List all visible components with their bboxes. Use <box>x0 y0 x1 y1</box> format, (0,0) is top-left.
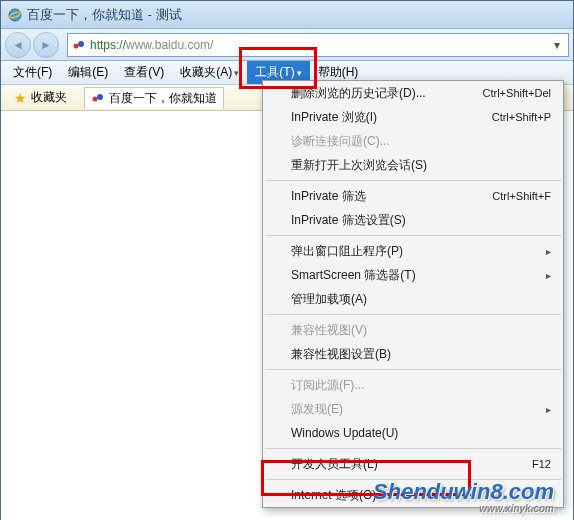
tools-dropdown: 删除浏览的历史记录(D)...Ctrl+Shift+Del InPrivate … <box>262 80 564 508</box>
menu-dev-tools[interactable]: 开发人员工具(L)F12 <box>263 452 563 476</box>
chevron-down-icon[interactable]: ▾ <box>550 38 564 52</box>
titlebar: 百度一下，你就知道 - 测试 <box>1 1 573 29</box>
url-host: www.baidu.com/ <box>126 38 213 52</box>
window-title: 百度一下，你就知道 - 测试 <box>27 6 182 24</box>
menu-compat-view[interactable]: 兼容性视图(V) <box>263 318 563 342</box>
menu-diagnose[interactable]: 诊断连接问题(C)... <box>263 129 563 153</box>
watermark-main: Shenduwin8.com <box>373 479 554 505</box>
back-button[interactable]: ◄ <box>5 32 31 58</box>
separator <box>265 180 561 181</box>
forward-button[interactable]: ► <box>33 32 59 58</box>
url-protocol: https:// <box>90 38 126 52</box>
favorites-label: 收藏夹 <box>31 89 67 106</box>
nav-toolbar: ◄ ► https://www.baidu.com/ ▾ <box>1 29 573 61</box>
star-icon: ★ <box>14 90 27 106</box>
svg-point-4 <box>93 97 98 102</box>
menu-feed-discovery[interactable]: 源发现(E) <box>263 397 563 421</box>
menu-manage-addons[interactable]: 管理加载项(A) <box>263 287 563 311</box>
separator <box>265 314 561 315</box>
svg-point-2 <box>74 43 79 48</box>
menu-inprivate-filter-settings[interactable]: InPrivate 筛选设置(S) <box>263 208 563 232</box>
separator <box>265 369 561 370</box>
tab-label: 百度一下，你就知道 <box>109 90 217 107</box>
address-bar[interactable]: https://www.baidu.com/ ▾ <box>67 33 569 57</box>
favorites-button[interactable]: ★ 收藏夹 <box>7 86 74 109</box>
menu-inprivate-filter[interactable]: InPrivate 筛选Ctrl+Shift+F <box>263 184 563 208</box>
menu-file[interactable]: 文件(F) <box>5 61 60 84</box>
menu-reopen-session[interactable]: 重新打开上次浏览会话(S) <box>263 153 563 177</box>
menu-delete-history[interactable]: 删除浏览的历史记录(D)...Ctrl+Shift+Del <box>263 81 563 105</box>
menu-smartscreen[interactable]: SmartScreen 筛选器(T) <box>263 263 563 287</box>
ie-icon <box>7 7 23 23</box>
separator <box>265 235 561 236</box>
menu-popup-blocker[interactable]: 弹出窗口阻止程序(P) <box>263 239 563 263</box>
svg-point-5 <box>97 94 103 100</box>
menu-windows-update[interactable]: Windows Update(U) <box>263 421 563 445</box>
separator <box>265 448 561 449</box>
menu-favorites[interactable]: 收藏夹(A) <box>172 61 247 84</box>
svg-point-3 <box>78 41 84 47</box>
watermark: Shenduwin8.com www.xinyk.com <box>373 479 554 514</box>
site-favicon <box>72 38 86 52</box>
menu-compat-view-settings[interactable]: 兼容性视图设置(B) <box>263 342 563 366</box>
menu-inprivate-browse[interactable]: InPrivate 浏览(I)Ctrl+Shift+P <box>263 105 563 129</box>
menu-feed-subscribe[interactable]: 订阅此源(F)... <box>263 373 563 397</box>
menu-edit[interactable]: 编辑(E) <box>60 61 116 84</box>
tab-current[interactable]: 百度一下，你就知道 <box>84 87 224 109</box>
tab-favicon <box>91 91 105 105</box>
menu-view[interactable]: 查看(V) <box>116 61 172 84</box>
